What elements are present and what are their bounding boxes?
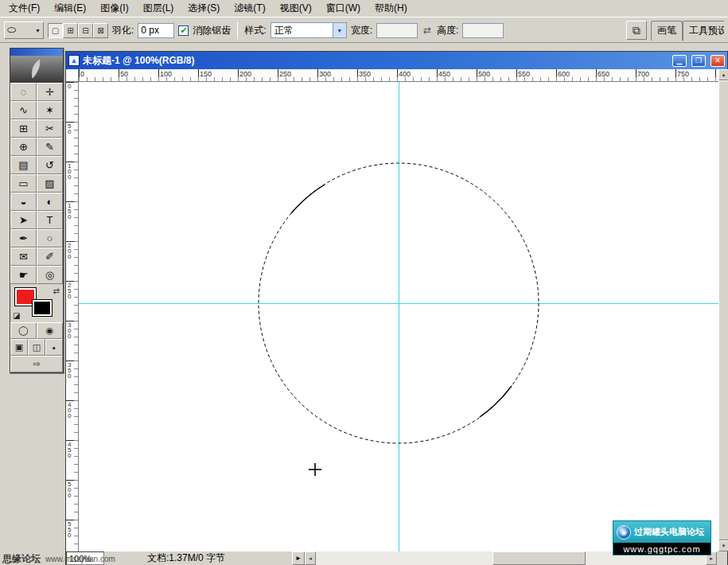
vertical-scroll-thumb[interactable] (718, 80, 728, 540)
hruler-label-500: 500 (478, 70, 490, 78)
background-color-swatch[interactable] (33, 300, 52, 316)
zoom-tool[interactable]: ◎ (37, 266, 63, 284)
menu-item-3[interactable]: 图层(L) (136, 0, 181, 18)
add-to-selection-button[interactable]: ⊞ (63, 23, 78, 38)
file-browser-button[interactable]: ⧉ (626, 21, 647, 40)
tool-preset-picker[interactable]: ⬭ ▼ (4, 21, 44, 39)
width-label: 宽度: (351, 24, 372, 37)
intersect-selection-button[interactable]: ⊠ (93, 23, 108, 38)
palette-tab-0[interactable]: 画笔 (651, 21, 683, 41)
palette-tab-1[interactable]: 工具预设 (683, 21, 724, 41)
vruler-label-100: 1 0 0 (68, 163, 71, 180)
eraser-tool[interactable]: ▭ (10, 174, 37, 193)
vruler-label-500: 5 0 0 (68, 481, 71, 498)
default-colors-icon[interactable]: ◪ (13, 311, 20, 320)
toolbox-palette: ◌✛∿✶⊞✂⊕✎▤↺▭▨◒◐➤T✒○✉✐☛◎ ◪ ⇄ ◯◉ ▣◫▪ ⇨ (10, 48, 64, 373)
document-title-bar[interactable]: ▲ 未标题-1 @ 100%(RGB/8) ▁ ❐ ✕ (66, 52, 727, 69)
forum-logo-icon: ◉ (617, 525, 631, 540)
fullscreen-mode-button[interactable]: ▪ (45, 339, 63, 356)
minimize-button[interactable]: ▁ (672, 55, 687, 67)
standard-mode-button[interactable]: ◯ (10, 322, 37, 339)
feather-label: 羽化: (112, 24, 134, 37)
type-tool[interactable]: T (37, 211, 63, 229)
document-window: ▲ 未标题-1 @ 100%(RGB/8) ▁ ❐ ✕ 050100150200… (65, 51, 728, 565)
horizontal-scroll-thumb[interactable] (492, 551, 586, 565)
menu-item-1[interactable]: 编辑(E) (47, 0, 93, 18)
menu-item-5[interactable]: 滤镜(T) (227, 0, 272, 18)
fullscreen-with-menubar-mode-button[interactable]: ◫ (28, 339, 45, 356)
clone-stamp-tool[interactable]: ▤ (10, 156, 37, 174)
menu-item-4[interactable]: 选择(S) (181, 0, 227, 18)
ellipse-marquee-icon: ⬭ (7, 24, 16, 37)
document-size-status: 文档:1.37M/0 字节 (147, 551, 292, 565)
vruler-label-50: 5 0 (68, 123, 71, 134)
menu-item-8[interactable]: 帮助(H) (368, 0, 415, 18)
forum-name: 过期罐头电脑论坛 (634, 526, 704, 538)
width-input[interactable] (376, 23, 418, 38)
vruler-label-350: 3 5 0 (68, 362, 71, 379)
slice-tool[interactable]: ✂ (37, 119, 63, 138)
shape-tool[interactable]: ○ (37, 229, 63, 247)
menu-item-6[interactable]: 视图(V) (273, 0, 319, 18)
vruler-label-300: 3 0 0 (68, 322, 71, 339)
maximize-button[interactable]: ❐ (691, 55, 706, 67)
vruler-label-400: 4 0 0 (68, 402, 71, 419)
toolbox-title-bar[interactable] (10, 49, 63, 56)
elliptical-marquee-tool[interactable]: ◌ (10, 83, 37, 101)
standard-screen-mode-button[interactable]: ▣ (10, 339, 28, 356)
magic-wand-tool[interactable]: ✶ (37, 101, 63, 119)
canvas[interactable] (79, 82, 718, 551)
lasso-tool[interactable]: ∿ (10, 101, 37, 119)
vertical-scrollbar[interactable]: ▲ ▼ (718, 69, 728, 551)
swap-colors-icon[interactable]: ⇄ (53, 286, 60, 295)
blur-tool[interactable]: ◒ (10, 193, 37, 211)
eyedropper-tool[interactable]: ✐ (37, 247, 63, 266)
hruler-label-200: 200 (239, 70, 251, 78)
quick-mask-mode-button[interactable]: ◉ (37, 322, 63, 339)
healing-brush-tool[interactable]: ⊕ (10, 138, 37, 156)
hruler-label-150: 150 (200, 70, 212, 78)
height-input[interactable] (462, 23, 504, 38)
pen-tool[interactable]: ✒ (10, 229, 37, 247)
subtract-from-selection-button[interactable]: ⊟ (78, 23, 93, 38)
bottom-right-watermark: ◉ 过期罐头电脑论坛 www.gqgtpc.com (613, 520, 711, 555)
dodge-tool[interactable]: ◐ (37, 193, 63, 211)
options-divider (237, 21, 238, 39)
hruler-label-100: 100 (160, 70, 172, 78)
swap-dimensions-icon[interactable]: ⇄ (422, 25, 433, 36)
vruler-label-200: 2 0 0 (68, 243, 71, 259)
antialias-checkbox[interactable]: ✔ (178, 25, 189, 36)
brush-tool[interactable]: ✎ (37, 138, 63, 156)
menu-item-0[interactable]: 文件(F) (2, 0, 47, 18)
scroll-left-icon[interactable]: ◄ (305, 551, 316, 565)
bottom-left-watermark: 思缘论坛 www.missyuan.com (2, 552, 115, 565)
scroll-up-icon[interactable]: ▲ (718, 69, 728, 80)
vruler-label-150: 1 5 0 (68, 203, 71, 220)
crop-tool[interactable]: ⊞ (10, 119, 37, 138)
vruler-label-550: 5 5 0 (68, 521, 71, 538)
antialias-label: 消除锯齿 (193, 24, 231, 37)
scrollbar-corner (717, 551, 727, 565)
gradient-tool[interactable]: ▨ (37, 174, 63, 193)
path-selection-tool[interactable]: ➤ (10, 211, 37, 229)
close-button[interactable]: ✕ (710, 55, 725, 67)
new-selection-button[interactable]: ▢ (48, 23, 63, 38)
selection-circle[interactable] (259, 163, 539, 443)
feather-input[interactable] (138, 23, 174, 38)
scroll-down-icon[interactable]: ▼ (718, 540, 728, 551)
document-title: 未标题-1 @ 100%(RGB/8) (83, 54, 668, 68)
vruler-label-450: 4 5 0 (68, 442, 71, 458)
jump-to-imageready-button[interactable]: ⇨ (10, 356, 63, 372)
chevron-down-icon[interactable]: ▼ (333, 23, 346, 37)
history-brush-tool[interactable]: ↺ (37, 156, 63, 174)
notes-tool[interactable]: ✉ (10, 247, 37, 266)
status-menu-button[interactable]: ► (292, 551, 305, 565)
hand-tool[interactable]: ☛ (10, 266, 37, 284)
move-tool[interactable]: ✛ (37, 83, 63, 101)
menu-item-2[interactable]: 图像(I) (93, 0, 135, 18)
photoshop-feather-logo (10, 56, 63, 83)
menu-bar: 文件(F)编辑(E)图像(I)图层(L)选择(S)滤镜(T)视图(V)窗口(W)… (0, 0, 728, 18)
style-select[interactable]: 正常 ▼ (271, 22, 347, 38)
menu-item-7[interactable]: 窗口(W) (319, 0, 368, 18)
screen-mode-row: ▣◫▪ (10, 339, 63, 356)
